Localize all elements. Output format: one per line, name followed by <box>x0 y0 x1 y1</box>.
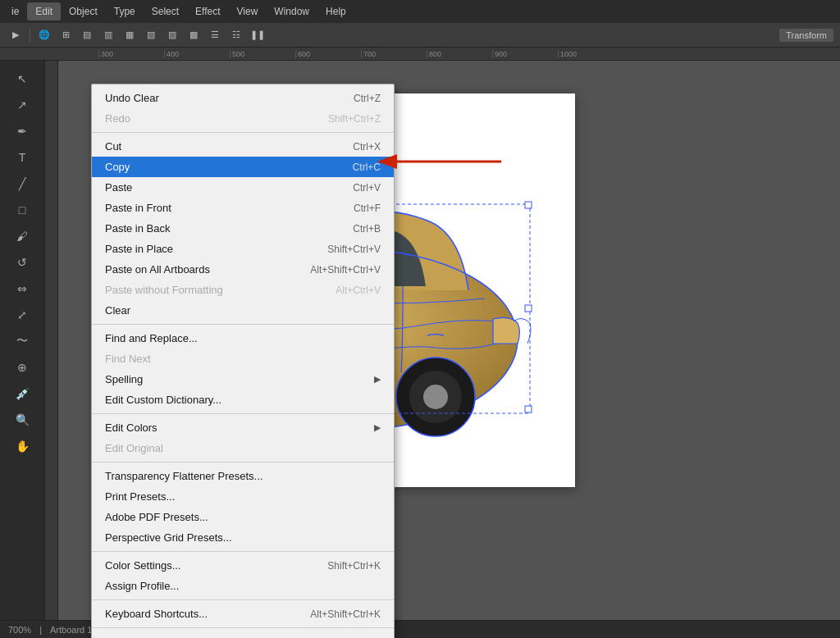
menu-item-paste-all-shortcut: Alt+Shift+Ctrl+V <box>310 264 381 276</box>
menubar-item-object[interactable]: Object <box>61 2 106 21</box>
menu-item-my-settings[interactable]: My Settings ▶ <box>92 631 394 638</box>
menubar-item-help[interactable]: Help <box>317 2 354 21</box>
menu-sep-1 <box>92 132 394 133</box>
horizontal-ruler: 300 400 500 600 700 800 900 1000 <box>0 48 840 61</box>
menu-item-pdf-presets[interactable]: Adobe PDF Presets... <box>92 507 394 527</box>
tool-reflect[interactable]: ⇔ <box>11 277 34 300</box>
menu-item-undo[interactable]: Undo Clear Ctrl+Z <box>92 88 394 108</box>
menu-item-keyboard[interactable]: Keyboard Shortcuts... Alt+Shift+Ctrl+K <box>92 604 394 624</box>
menu-item-redo-label: Redo <box>105 112 130 125</box>
menu-item-spelling[interactable]: Spelling ▶ <box>92 369 394 390</box>
svg-rect-14 <box>525 305 532 312</box>
menu-item-paste-all[interactable]: Paste on All Artboards Alt+Shift+Ctrl+V <box>92 259 394 280</box>
toolbar-arrow-icon[interactable]: ▶ <box>7 26 25 44</box>
menu-item-edit-colors[interactable]: Edit Colors ▶ <box>92 417 394 438</box>
toolbar-dist4-icon[interactable]: ▩ <box>185 26 203 44</box>
menubar-item-view[interactable]: View <box>229 2 267 21</box>
menu-item-copy-label: Copy <box>105 161 130 173</box>
tool-select[interactable]: ↖ <box>11 67 34 90</box>
menu-item-paste-noformat-shortcut: Alt+Ctrl+V <box>336 285 381 296</box>
tool-pen[interactable]: ✒ <box>11 120 34 143</box>
menu-item-assign-profile[interactable]: Assign Profile... <box>92 576 394 596</box>
svg-point-7 <box>423 385 448 409</box>
menu-item-paste-front-shortcut: Ctrl+F <box>354 203 381 214</box>
menu-item-paste-back[interactable]: Paste in Back Ctrl+B <box>92 218 394 239</box>
menu-item-cut-label: Cut <box>105 140 121 153</box>
toolbar-dist7-icon[interactable]: ❚❚ <box>249 26 267 44</box>
dropdown-menu: Undo Clear Ctrl+Z Redo Shift+Ctrl+Z Cut … <box>91 84 395 638</box>
menu-sep-6 <box>92 599 394 600</box>
menubar-item-type[interactable]: Type <box>106 2 144 21</box>
menu-item-keyboard-shortcut: Alt+Shift+Ctrl+K <box>310 608 381 620</box>
toolbar-dist6-icon[interactable]: ☷ <box>227 26 245 44</box>
tool-direct-select[interactable]: ↗ <box>11 93 34 116</box>
tool-rect[interactable]: □ <box>11 198 34 221</box>
toolbar-transform-label[interactable]: Transform <box>779 29 833 42</box>
menubar-item-window[interactable]: Window <box>266 2 317 21</box>
menu-item-perspective[interactable]: Perspective Grid Presets... <box>92 527 394 548</box>
menu-item-paste-label: Paste <box>105 181 132 194</box>
menu-item-perspective-label: Perspective Grid Presets... <box>105 531 232 544</box>
tool-hand[interactable]: ✋ <box>11 435 34 458</box>
menu-item-paste-front-label: Paste in Front <box>105 202 171 214</box>
tool-eyedropper[interactable]: 💉 <box>11 382 34 405</box>
toolbar-align-icon[interactable]: ▤ <box>78 26 96 44</box>
menu-item-find-next-label: Find Next <box>105 353 151 365</box>
menu-item-color-settings-shortcut: Shift+Ctrl+K <box>327 560 381 572</box>
ruler-mark-400: 400 <box>164 50 230 58</box>
menu-item-paste-place-label: Paste in Place <box>105 243 173 255</box>
toolbar-globe-icon[interactable]: 🌐 <box>35 26 53 44</box>
menu-item-assign-profile-label: Assign Profile... <box>105 580 179 592</box>
menu-item-find-next[interactable]: Find Next <box>92 349 394 369</box>
menu-item-transparency-label: Transparency Flattener Presets... <box>105 470 262 482</box>
menu-item-copy[interactable]: Copy Ctrl+C <box>92 157 394 177</box>
menu-item-spelling-label: Spelling <box>105 373 143 385</box>
toolbar-dist2-icon[interactable]: ▧ <box>142 26 160 44</box>
menu-item-transparency[interactable]: Transparency Flattener Presets... <box>92 466 394 486</box>
tool-paintbrush[interactable]: 🖌 <box>11 225 34 248</box>
toolbar-grid-icon[interactable]: ⊞ <box>57 26 75 44</box>
ruler-mark-900: 900 <box>492 50 558 58</box>
ruler-mark-500: 500 <box>230 50 295 58</box>
tool-scale[interactable]: ⤢ <box>11 303 34 326</box>
toolbar-dist-icon[interactable]: ▦ <box>121 26 139 44</box>
menubar-item-app[interactable]: ie <box>3 2 27 21</box>
menu-item-print-presets[interactable]: Print Presets... <box>92 486 394 507</box>
menu-item-paste-noformat[interactable]: Paste without Formatting Alt+Ctrl+V <box>92 280 394 300</box>
menu-item-edit-original[interactable]: Edit Original <box>92 438 394 458</box>
tool-zoom[interactable]: 🔍 <box>11 408 34 431</box>
menubar: ie Edit Object Type Select Effect View W… <box>0 0 840 23</box>
tool-rotate[interactable]: ↺ <box>11 251 34 274</box>
edit-menu-dropdown: Undo Clear Ctrl+Z Redo Shift+Ctrl+Z Cut … <box>91 84 395 638</box>
menu-item-paste-place[interactable]: Paste in Place Shift+Ctrl+V <box>92 239 394 259</box>
menu-item-redo[interactable]: Redo Shift+Ctrl+Z <box>92 108 394 129</box>
vertical-ruler <box>45 61 58 638</box>
ruler-mark-1000: 1000 <box>558 50 623 58</box>
menu-item-paste-front[interactable]: Paste in Front Ctrl+F <box>92 198 394 218</box>
tool-line[interactable]: ╱ <box>11 172 34 195</box>
menu-item-paste[interactable]: Paste Ctrl+V <box>92 177 394 198</box>
menu-item-cut[interactable]: Cut Ctrl+X <box>92 136 394 157</box>
menubar-item-edit[interactable]: Edit <box>27 2 61 21</box>
menu-item-keyboard-label: Keyboard Shortcuts... <box>105 608 208 620</box>
menu-item-edit-original-label: Edit Original <box>105 442 163 454</box>
menu-item-undo-label: Undo Clear <box>105 92 159 104</box>
menu-sep-3 <box>92 413 394 414</box>
toolbar-align2-icon[interactable]: ▥ <box>99 26 117 44</box>
tool-warp[interactable]: 〜 <box>11 330 34 353</box>
menu-item-color-settings[interactable]: Color Settings... Shift+Ctrl+K <box>92 555 394 576</box>
menu-item-clear[interactable]: Clear <box>92 300 394 321</box>
menubar-item-select[interactable]: Select <box>144 2 187 21</box>
menu-item-clear-label: Clear <box>105 304 130 317</box>
svg-rect-15 <box>525 406 532 412</box>
tool-blend[interactable]: ⊕ <box>11 356 34 379</box>
menu-item-paste-back-label: Paste in Back <box>105 222 171 235</box>
canvas-area[interactable]: A-TURBO Undo Clear Ctrl+Z <box>58 61 840 638</box>
tool-type[interactable]: T <box>11 146 34 169</box>
toolbar-dist3-icon[interactable]: ▨ <box>163 26 181 44</box>
menu-item-find-replace[interactable]: Find and Replace... <box>92 328 394 349</box>
menubar-item-effect[interactable]: Effect <box>187 2 228 21</box>
menu-item-edit-dict[interactable]: Edit Custom Dictionary... <box>92 390 394 410</box>
status-artboard: Artboard 1 <box>50 625 92 635</box>
toolbar-dist5-icon[interactable]: ☰ <box>206 26 224 44</box>
